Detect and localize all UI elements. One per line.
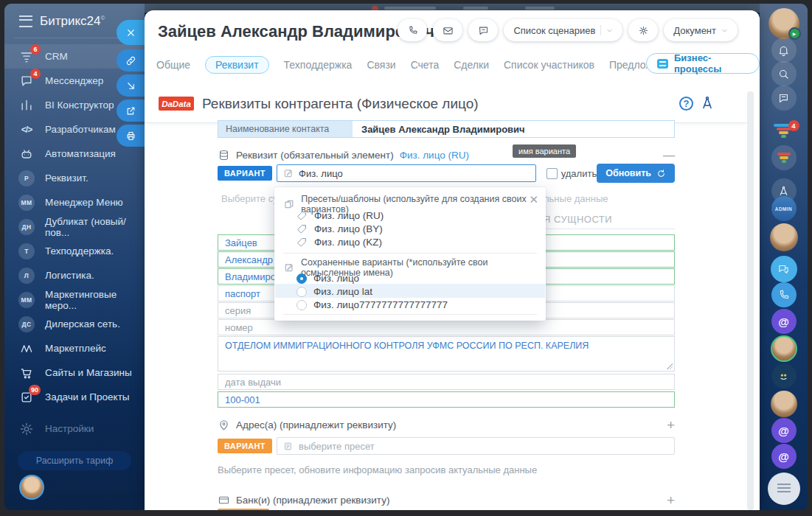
app-at-button-1[interactable]: @ xyxy=(771,309,797,334)
tab-tehpodderzhka[interactable]: Техподдержка xyxy=(284,59,353,71)
email-button[interactable] xyxy=(433,19,462,41)
search-icon xyxy=(777,68,790,80)
issued-by-textarea[interactable]: ОТДЕЛОМ ИММИГРАЦИОННОГО КОНТРОЛЯ УФМС РО… xyxy=(218,337,674,371)
notifications-bell-button[interactable] xyxy=(771,38,797,63)
menu-burger-icon[interactable] xyxy=(19,15,32,27)
sidebar-item-rekvizit[interactable]: Р Реквизит. xyxy=(4,166,145,190)
preset-item-by[interactable]: Физ. лицо (BY) xyxy=(296,223,383,234)
settings-button[interactable] xyxy=(628,19,658,41)
tab-scheta[interactable]: Счета xyxy=(411,59,440,71)
variant-name-input[interactable] xyxy=(299,168,530,179)
call-button[interactable] xyxy=(398,19,427,41)
contact-slider-panel: Зайцев Александр Владимирович Список сце… xyxy=(145,10,760,510)
telephony-button[interactable] xyxy=(771,282,797,307)
upgrade-tariff-button[interactable]: Расширить тариф xyxy=(18,451,131,470)
user-avatar[interactable] xyxy=(770,223,798,251)
funnel-app-button[interactable] xyxy=(771,145,797,170)
sidebar-item-label: Разработчикам xyxy=(45,124,116,135)
delete-checkbox-wrap: удалить xyxy=(546,168,597,179)
dept-code-field xyxy=(218,391,675,408)
mini-funnel-icon xyxy=(777,152,791,164)
sidebar-item-marketplace[interactable]: Маркетплейс xyxy=(4,336,145,360)
tab-sdelki[interactable]: Сделки xyxy=(454,59,489,71)
user-avatar-female[interactable] xyxy=(771,335,797,362)
owl-bot-button[interactable] xyxy=(771,363,797,388)
help-icon[interactable]: ? xyxy=(679,97,693,111)
feedback-chat-button[interactable] xyxy=(771,86,797,111)
slider-open-new-window-button[interactable] xyxy=(117,100,145,122)
sidebar-item-label: Техподдержка. xyxy=(45,245,114,257)
initials-icon: Л xyxy=(18,267,35,285)
mail-icon xyxy=(443,25,454,36)
tab-svyazi[interactable]: Связи xyxy=(367,59,395,71)
sidebar-item-tasks[interactable]: 90 Задачи и Проекты xyxy=(4,385,145,409)
preset-item-ru[interactable]: Физ. лицо (RU) xyxy=(296,210,384,221)
slider-copy-link-button[interactable] xyxy=(117,49,145,72)
divider xyxy=(544,229,675,229)
bank-card-icon xyxy=(218,494,230,506)
variant-badge[interactable]: ВАРИАНТ xyxy=(218,166,272,181)
sidebar-item-duplicate[interactable]: ДН Дубликат (новый/пов... xyxy=(4,215,145,239)
admin-app-button[interactable]: ADMIN xyxy=(771,196,797,221)
number-input[interactable] xyxy=(225,322,667,333)
user-avatar-male[interactable] xyxy=(771,391,797,417)
issue-date-input[interactable] xyxy=(225,377,667,388)
sidebar-item-support[interactable]: Т Техподдержка. xyxy=(4,239,145,263)
app-at-button-3[interactable]: @ xyxy=(771,444,797,469)
compass-icon xyxy=(777,185,790,198)
collapse-section-button[interactable]: — xyxy=(663,152,675,159)
crm-colored-funnel-button[interactable]: 4 xyxy=(773,123,795,145)
radio[interactable] xyxy=(296,287,307,297)
slider-close-button[interactable] xyxy=(117,20,145,45)
scenarios-dropdown[interactable]: Список сценариев xyxy=(504,19,622,41)
business-processes-button[interactable]: Бизнес-процессы xyxy=(646,53,760,74)
variant-name-inputwrap xyxy=(277,164,536,182)
requisite-preset-link[interactable]: Физ. лицо (RU) xyxy=(400,150,469,161)
sidebar-item-manager-menu[interactable]: ММ Менеджер Меню xyxy=(4,190,145,215)
delete-checkbox[interactable] xyxy=(546,168,558,179)
dadata-compass-icon[interactable] xyxy=(699,95,715,111)
search-button[interactable] xyxy=(771,61,797,86)
address-preset-input[interactable] xyxy=(299,441,668,452)
tab-obschie[interactable]: Общие xyxy=(156,59,190,71)
document-dropdown[interactable]: Документ xyxy=(664,19,738,41)
add-address-button[interactable]: + xyxy=(667,420,675,430)
profile-avatar[interactable]: ▶ xyxy=(768,8,799,39)
tab-uchastniki[interactable]: Список участников xyxy=(504,59,594,71)
add-bank-button[interactable]: + xyxy=(667,495,675,506)
initials-icon: ДН xyxy=(18,218,35,236)
delete-label: удалить xyxy=(561,168,597,179)
saved-variant-selected[interactable]: Физ. лицо xyxy=(296,273,359,284)
chat-icon: 4 xyxy=(18,72,35,90)
bank-title: Банк(и) (принадлежит реквизиту) xyxy=(236,495,389,506)
address-variant-badge[interactable]: ВАРИАНТ xyxy=(218,439,272,453)
slider-minimize-button[interactable] xyxy=(117,74,145,97)
tab-rekvizit[interactable]: Реквизит xyxy=(205,56,269,74)
close-icon[interactable]: ✕ xyxy=(529,193,538,206)
preset-item-kz[interactable]: Физ. лицо (KZ) xyxy=(296,237,382,248)
open-lines-button[interactable] xyxy=(771,256,797,282)
header-actions: Список сценариев Документ xyxy=(398,19,738,41)
arrow-diagonal-icon xyxy=(125,80,136,91)
sidebar-user-avatar[interactable] xyxy=(19,475,44,500)
tag-icon xyxy=(296,210,308,221)
panel-menu-button[interactable] xyxy=(768,473,800,505)
dept-code-input[interactable] xyxy=(225,394,667,405)
chat-bubbles-icon xyxy=(777,263,790,276)
slider-print-button[interactable] xyxy=(117,125,145,147)
crm-funnel-icon: 6 xyxy=(18,48,35,66)
chat-arrow-icon xyxy=(478,25,489,36)
sidebar-item-dealers[interactable]: ДС Дилерская сеть. xyxy=(4,312,145,336)
panel-scrollbar[interactable] xyxy=(747,91,754,510)
sidebar-item-sites[interactable]: Сайты и Магазины xyxy=(4,360,145,385)
app-at-button-2[interactable]: @ xyxy=(771,418,797,443)
sidebar-item-logistics[interactable]: Л Логистика. xyxy=(4,263,145,287)
radio[interactable] xyxy=(296,300,307,310)
sidebar-item-marketing[interactable]: ММ Маркетинговые меро... xyxy=(4,287,145,312)
open-chat-button[interactable] xyxy=(468,19,498,41)
sidebar-item-settings[interactable]: Настройки xyxy=(4,416,145,441)
update-button[interactable]: Обновить xyxy=(597,164,675,183)
saved-variant-lat[interactable]: Физ. лицо lat xyxy=(296,286,372,297)
radio-selected[interactable] xyxy=(296,273,307,284)
saved-variant-sevens[interactable]: Физ. лицо7777777777777777 xyxy=(296,299,448,310)
